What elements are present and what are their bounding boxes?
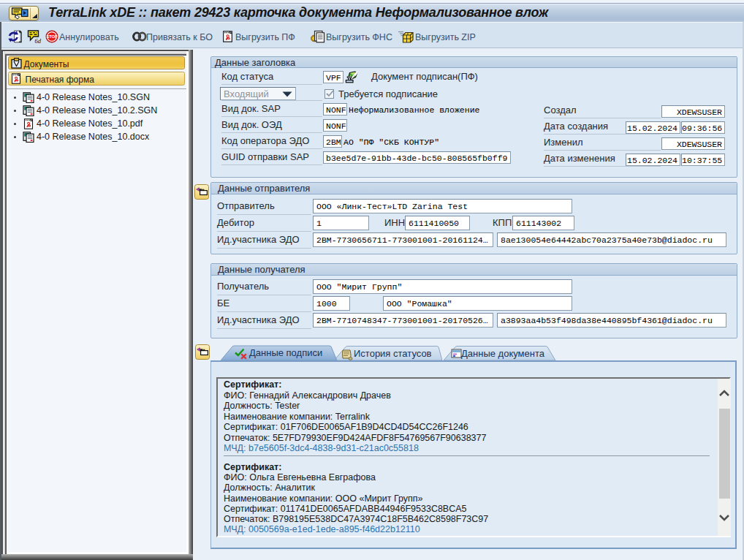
- svg-text:6d: 6d: [35, 37, 42, 44]
- svg-text:STOP: STOP: [46, 34, 57, 39]
